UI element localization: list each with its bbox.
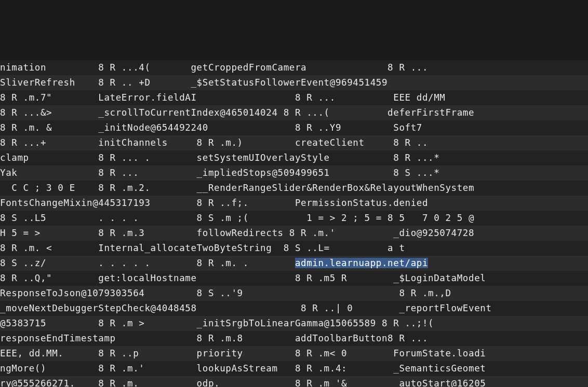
line-text: SliverRefresh 8 R .. +D _$SetStatusFollo… — [0, 77, 387, 88]
line-text: 8 R .m. & _initNode@654492240 8 R ..Y9 S… — [0, 122, 422, 133]
terminal-line: FontsChangeMixin@445317193 8 R ..f;. Per… — [0, 196, 588, 211]
line-text: H 5 = > 8 R .m.3 followRedirects 8 R .m.… — [0, 228, 474, 238]
line-text: 8 S ..L5 . . . . 8 S .m ;( 1 = > 2 ; 5 =… — [0, 213, 474, 223]
line-text: EEE, dd.MM. 8 R ..p priority 8 R .m< 0 F… — [0, 348, 486, 358]
terminal-line: 8 R .m.7" LateError.fieldAI 8 R ... EEE … — [0, 90, 588, 105]
line-text: ResponseToJson@1079303564 8 S ..'9 8 R .… — [0, 288, 451, 298]
line-text: Yak 8 R ... _impliedStops@509499651 8 S … — [0, 168, 439, 178]
terminal-line: _moveNextDebuggerStepCheck@4048458 8 R .… — [0, 301, 588, 316]
terminal-line: nimation 8 R ...4( getCroppedFromCamera … — [0, 60, 588, 75]
line-text: responseEndTimestamp 8 R .m.8 addToolbar… — [0, 333, 428, 343]
terminal-line: EEE, dd.MM. 8 R ..p priority 8 R .m< 0 F… — [0, 346, 588, 361]
line-text: FontsChangeMixin@445317193 8 R ..f;. Per… — [0, 198, 428, 208]
line-text: 8 S ..z/ . . . . . 8 R .m. . — [0, 258, 295, 268]
terminal-line: clamp 8 R ... . setSystemUIOverlayStyle … — [0, 150, 588, 165]
line-text: C C ; 3 0 E 8 R .m.2. __RenderRangeSlide… — [0, 183, 474, 193]
line-text: ry@555266271. 8 R .m. odp. 8 R .m '& _au… — [0, 378, 486, 387]
line-text: 8 R ...&> _scrollToCurrentIndex@46501402… — [0, 107, 474, 118]
terminal-line: 8 R ...+ initChannels 8 R .m.) createCli… — [0, 135, 588, 150]
terminal-line: responseEndTimestamp 8 R .m.8 addToolbar… — [0, 331, 588, 346]
line-text: 8 R ..Q," get:localHostname 8 R .m5 R _$… — [0, 273, 486, 283]
terminal-output: nimation 8 R ...4( getCroppedFromCamera … — [0, 60, 588, 387]
terminal-line: 8 R ..Q," get:localHostname 8 R .m5 R _$… — [0, 271, 588, 286]
terminal-line: ResponseToJson@1079303564 8 S ..'9 8 R .… — [0, 286, 588, 301]
line-text: ngMore() 8 R .m.' lookupAsStream 8 R .m.… — [0, 363, 486, 374]
selection-highlight[interactable]: admin.learnuapp.net/api — [295, 258, 428, 268]
terminal-line: 8 R .m. < Internal_allocateTwoByteString… — [0, 241, 588, 256]
terminal-line: @5383715 8 R .m > _initSrgbToLinearGamma… — [0, 316, 588, 331]
terminal-line: SliverRefresh 8 R .. +D _$SetStatusFollo… — [0, 75, 588, 90]
terminal-line: 8 R ...&> _scrollToCurrentIndex@46501402… — [0, 105, 588, 120]
terminal-line: 8 R .m. & _initNode@654492240 8 R ..Y9 S… — [0, 120, 588, 135]
terminal-line: Yak 8 R ... _impliedStops@509499651 8 S … — [0, 165, 588, 181]
line-text: @5383715 8 R .m > _initSrgbToLinearGamma… — [0, 318, 434, 328]
line-text: 8 R .m. < Internal_allocateTwoByteString… — [0, 243, 405, 253]
terminal-line: H 5 = > 8 R .m.3 followRedirects 8 R .m.… — [0, 226, 588, 241]
line-text: 8 R ...+ initChannels 8 R .m.) createCli… — [0, 137, 428, 148]
line-text: nimation 8 R ...4( getCroppedFromCamera … — [0, 62, 428, 73]
line-text: 8 R .m.7" LateError.fieldAI 8 R ... EEE … — [0, 92, 445, 103]
terminal-line: 8 S ..L5 . . . . 8 S .m ;( 1 = > 2 ; 5 =… — [0, 211, 588, 226]
terminal-line: ngMore() 8 R .m.' lookupAsStream 8 R .m.… — [0, 361, 588, 376]
terminal-line: C C ; 3 0 E 8 R .m.2. __RenderRangeSlide… — [0, 181, 588, 196]
line-text: _moveNextDebuggerStepCheck@4048458 8 R .… — [0, 303, 492, 313]
terminal-line: 8 S ..z/ . . . . . 8 R .m. . admin.learn… — [0, 256, 588, 271]
line-text: clamp 8 R ... . setSystemUIOverlayStyle … — [0, 153, 439, 163]
terminal-line: ry@555266271. 8 R .m. odp. 8 R .m '& _au… — [0, 376, 588, 387]
